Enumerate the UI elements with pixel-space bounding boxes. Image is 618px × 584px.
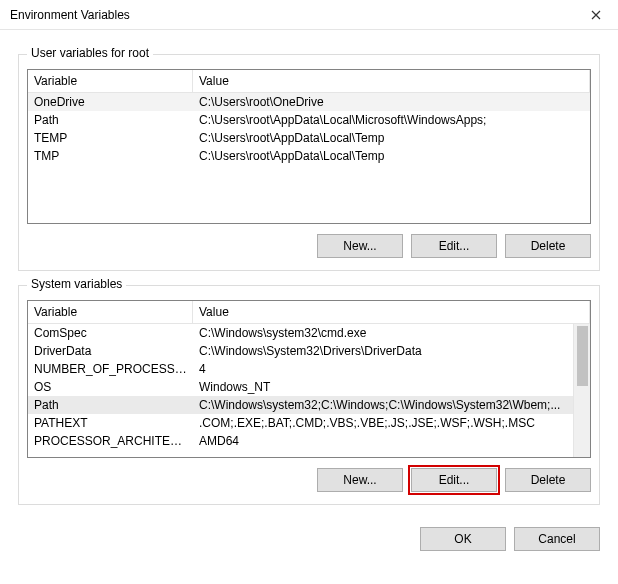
cell-variable: DriverData (28, 342, 193, 360)
cell-value: Windows_NT (193, 378, 573, 396)
table-header: Variable Value (28, 70, 590, 93)
cell-value: C:\Windows\system32\cmd.exe (193, 324, 573, 342)
table-header: Variable Value (28, 301, 590, 324)
table-row[interactable]: OS Windows_NT (28, 378, 573, 396)
column-value[interactable]: Value (193, 301, 590, 323)
cell-value: 4 (193, 360, 573, 378)
cell-variable: Path (28, 111, 193, 129)
scrollbar[interactable] (573, 324, 590, 457)
table-row[interactable]: TMP C:\Users\root\AppData\Local\Temp (28, 147, 590, 165)
cell-variable: Path (28, 396, 193, 414)
user-variables-table[interactable]: Variable Value OneDrive C:\Users\root\On… (27, 69, 591, 224)
system-delete-button[interactable]: Delete (505, 468, 591, 492)
cell-variable: NUMBER_OF_PROCESSORS (28, 360, 193, 378)
cell-value: C:\Users\root\AppData\Local\Microsoft\Wi… (193, 111, 590, 129)
column-variable[interactable]: Variable (28, 301, 193, 323)
ok-button[interactable]: OK (420, 527, 506, 551)
table-row[interactable]: NUMBER_OF_PROCESSORS 4 (28, 360, 573, 378)
titlebar: Environment Variables (0, 0, 618, 30)
system-new-button[interactable]: New... (317, 468, 403, 492)
cancel-button[interactable]: Cancel (514, 527, 600, 551)
user-delete-button[interactable]: Delete (505, 234, 591, 258)
window-title: Environment Variables (10, 8, 130, 22)
table-row[interactable]: Path C:\Users\root\AppData\Local\Microso… (28, 111, 590, 129)
cell-value: AMD64 (193, 432, 573, 450)
cell-value: C:\Windows\System32\Drivers\DriverData (193, 342, 573, 360)
column-variable[interactable]: Variable (28, 70, 193, 92)
table-row[interactable]: ComSpec C:\Windows\system32\cmd.exe (28, 324, 573, 342)
cell-value: C:\Windows\system32;C:\Windows;C:\Window… (193, 396, 573, 414)
close-icon[interactable] (573, 0, 618, 30)
system-edit-button[interactable]: Edit... (411, 468, 497, 492)
cell-value: .COM;.EXE;.BAT;.CMD;.VBS;.VBE;.JS;.JSE;.… (193, 414, 573, 432)
column-value[interactable]: Value (193, 70, 590, 92)
user-variables-legend: User variables for root (27, 46, 153, 60)
system-variables-group: System variables Variable Value ComSpec … (18, 285, 600, 505)
cell-value: C:\Users\root\OneDrive (193, 93, 590, 111)
cell-value: C:\Users\root\AppData\Local\Temp (193, 129, 590, 147)
cell-variable: TMP (28, 147, 193, 165)
cell-variable: TEMP (28, 129, 193, 147)
table-row[interactable]: OneDrive C:\Users\root\OneDrive (28, 93, 590, 111)
table-row[interactable]: DriverData C:\Windows\System32\Drivers\D… (28, 342, 573, 360)
cell-variable: OS (28, 378, 193, 396)
table-row[interactable]: PATHEXT .COM;.EXE;.BAT;.CMD;.VBS;.VBE;.J… (28, 414, 573, 432)
user-edit-button[interactable]: Edit... (411, 234, 497, 258)
scroll-thumb[interactable] (577, 326, 588, 386)
cell-variable: ComSpec (28, 324, 193, 342)
cell-variable: PROCESSOR_ARCHITECTURE (28, 432, 193, 450)
cell-variable: OneDrive (28, 93, 193, 111)
user-variables-group: User variables for root Variable Value O… (18, 54, 600, 271)
user-new-button[interactable]: New... (317, 234, 403, 258)
table-row[interactable]: Path C:\Windows\system32;C:\Windows;C:\W… (28, 396, 573, 414)
cell-value: C:\Users\root\AppData\Local\Temp (193, 147, 590, 165)
cell-variable: PATHEXT (28, 414, 193, 432)
system-variables-legend: System variables (27, 277, 126, 291)
table-row[interactable]: PROCESSOR_ARCHITECTURE AMD64 (28, 432, 573, 450)
table-row[interactable]: TEMP C:\Users\root\AppData\Local\Temp (28, 129, 590, 147)
system-variables-table[interactable]: Variable Value ComSpec C:\Windows\system… (27, 300, 591, 458)
